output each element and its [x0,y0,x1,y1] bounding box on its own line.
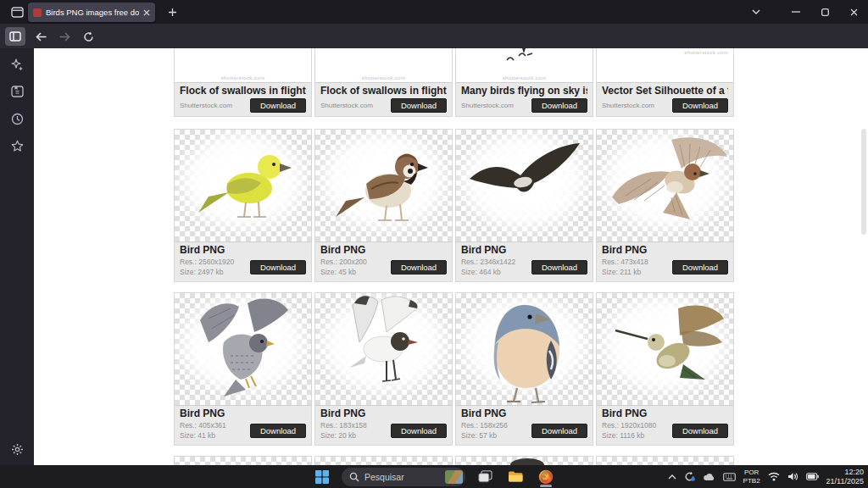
firefox-view-icon[interactable] [7,3,27,20]
list-tabs-chevron-icon[interactable] [744,0,768,24]
image-card[interactable]: Bird PNG Res.: 473x418 Size: 211 kb Down… [596,129,734,282]
card-size: Size: 211 kb [602,268,648,278]
battery-icon[interactable] [806,473,819,480]
bird-image[interactable] [597,130,733,241]
stock-photo-thumbnail[interactable]: shutterstock.com [315,48,452,82]
card-title: Bird PNG [602,408,728,420]
image-card[interactable]: Bird PNG Res.: 2346x1422 Size: 464 kb Do… [455,129,593,282]
image-card[interactable] [174,456,312,465]
card-source: Shutterstock.com [320,102,373,109]
card-resolution: Res.: 2560x1920 [180,258,234,268]
download-button[interactable]: Download [672,98,728,113]
touch-keyboard-icon[interactable] [723,473,736,481]
settings-gear-icon[interactable] [8,440,26,458]
forward-icon[interactable] [54,27,75,46]
card-resolution: Res.: 158x256 [461,421,508,431]
close-button[interactable] [839,0,868,24]
download-button[interactable]: Download [391,98,447,113]
active-app-indicator [540,485,552,487]
bird-image[interactable] [315,130,452,241]
stock-photo-thumbnail[interactable]: shutterstock.com [597,48,733,82]
maximize-button[interactable] [810,0,839,24]
image-card[interactable] [596,456,734,465]
download-button[interactable]: Download [250,260,306,274]
download-button[interactable]: Download [531,424,587,438]
windows-taskbar: Pesquisar [0,465,868,488]
card-source: Shutterstock.com [602,102,654,109]
bird-image[interactable] [597,293,733,405]
stock-photo-thumbnail[interactable]: shutterstock.com [456,48,593,82]
new-tab-button[interactable] [163,3,181,20]
browser-tab[interactable]: Birds PNG images free downloa [28,3,155,22]
minimize-button[interactable] [782,0,810,24]
image-card[interactable] [314,456,453,465]
card-title: Bird PNG [461,408,587,420]
image-card[interactable]: Bird PNG Res.: 1920x1080 Size: 1116 kb D… [596,292,734,446]
tray-chevron-icon[interactable] [668,474,676,480]
card-size: Size: 45 kb [320,268,367,278]
stock-photo-thumbnail[interactable]: shutterstock.com [175,48,311,82]
card-size: Size: 2497 kb [180,268,234,278]
ai-chatbot-icon[interactable] [8,55,26,74]
image-card[interactable]: Bird PNG Res.: 200x200 Size: 45 kb Downl… [314,129,453,282]
browser-titlebar: Birds PNG images free downloa [0,0,868,24]
tab-close-icon[interactable] [143,9,150,16]
task-view-button[interactable] [474,467,496,487]
firefox-button[interactable] [535,467,557,487]
reload-icon[interactable] [78,27,98,46]
language-indicator[interactable]: POR PTB2 [743,469,760,484]
download-button[interactable]: Download [531,260,587,274]
card-title: Bird PNG [602,244,728,257]
download-button[interactable]: Download [531,98,587,113]
bird-image[interactable] [456,293,593,405]
file-explorer-button[interactable] [504,467,526,487]
image-card[interactable]: Bird PNG Res.: 405x361 Size: 41 kb Downl… [174,292,312,446]
image-card[interactable]: shutterstock.com Flock of swallows in fl… [314,48,453,117]
search-highlight-image[interactable] [445,470,463,484]
image-card[interactable]: Bird PNG Res.: 183x158 Size: 20 kb Downl… [314,292,453,446]
image-card[interactable] [455,456,593,465]
taskbar-center: Pesquisar [311,465,557,488]
starred-icon[interactable] [8,136,26,155]
card-title: Many birds flying on sky iso... [461,85,587,97]
wifi-icon[interactable] [768,472,780,481]
download-button[interactable]: Download [391,424,447,438]
window-controls [782,0,868,24]
bird-image[interactable] [175,130,311,241]
download-button[interactable]: Download [391,260,447,274]
image-card[interactable]: Bird PNG Res.: 2560x1920 Size: 2497 kb D… [174,129,312,282]
sync-icon[interactable] [684,471,695,482]
sidebar-toggle-icon[interactable] [5,27,25,46]
onedrive-cloud-icon[interactable] [703,473,715,481]
history-icon[interactable] [8,109,26,128]
image-card[interactable]: shutterstock.com Many birds flying on sk… [455,48,593,117]
card-resolution: Res.: 200x200 [320,258,367,268]
image-card[interactable]: shutterstock.com Vector Set Silhouette o… [596,48,734,117]
bird-image[interactable] [315,293,452,405]
bird-image[interactable] [456,130,593,241]
download-button[interactable]: Download [672,424,728,438]
image-card[interactable]: Bird PNG Res.: 158x256 Size: 57 kb Downl… [455,292,593,446]
card-title: Vector Set Silhouette of a f... [602,85,728,97]
browser-toolbar: pngimg.com/images/animals/birds [0,24,868,48]
card-resolution: Res.: 1920x1080 [602,421,656,431]
download-button[interactable]: Download [672,260,728,274]
card-resolution: Res.: 183x158 [320,421,367,431]
watermark-text: shutterstock.com [315,75,452,80]
back-icon[interactable] [31,27,51,46]
taskbar-clock[interactable]: 12:20 21/11/2025 [826,468,864,486]
system-tray: POR PTB2 12:20 21/11/2025 [668,465,864,488]
card-size: Size: 464 kb [461,268,515,278]
card-row-bottom: Bird PNG Res.: 405x361 Size: 41 kb Downl… [174,292,734,446]
bird-image[interactable] [175,293,311,405]
volume-icon[interactable] [787,472,798,481]
page-scrollbar[interactable] [861,129,866,235]
firefox-sidebar [0,48,34,465]
start-button[interactable] [311,467,333,487]
image-card[interactable]: shutterstock.com Flock of swallows in fl… [174,48,312,117]
download-button[interactable]: Download [250,98,306,113]
bookmarks-icon[interactable] [8,82,26,101]
taskbar-search-box[interactable]: Pesquisar [342,468,465,486]
download-button[interactable]: Download [250,424,306,438]
card-title: Flock of swallows in flight,... [320,85,447,97]
